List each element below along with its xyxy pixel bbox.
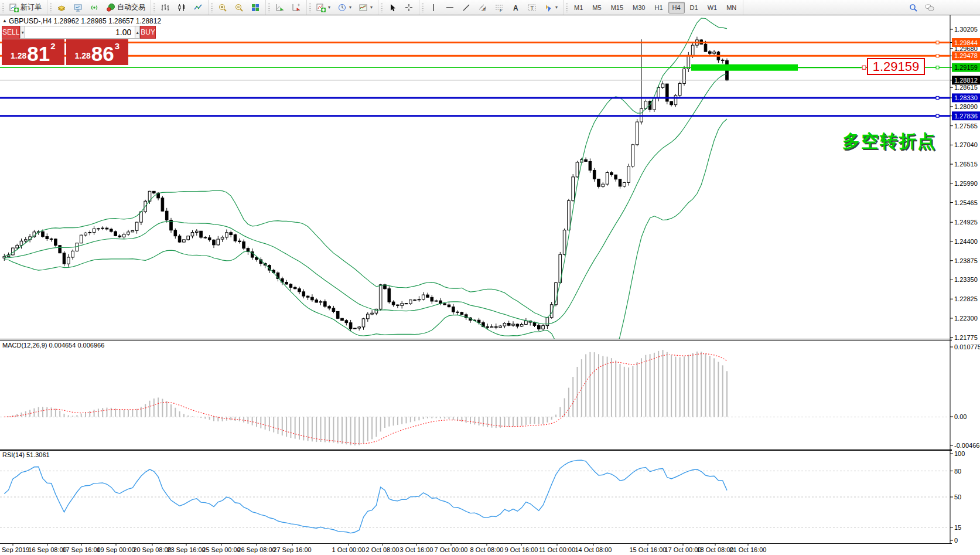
toolbar-button-vertical-line-tool[interactable] xyxy=(426,1,441,14)
toolbar-button-tf-h1[interactable]: H1 xyxy=(650,2,667,13)
toolbar-group: 自动交易 xyxy=(47,0,151,15)
toolbar-button-channel-tool[interactable]: E xyxy=(475,1,490,14)
line-anchor-marker[interactable] xyxy=(862,66,866,69)
toolbar-drag-handle[interactable] xyxy=(153,3,155,12)
toolbar-button-chat[interactable] xyxy=(922,1,937,14)
buy-price-button[interactable]: 1.28863 xyxy=(66,39,129,65)
toolbar-button-crosshair-tool[interactable] xyxy=(401,1,416,14)
toolbar-drag-handle[interactable] xyxy=(381,3,383,12)
toolbar-button-tf-w1[interactable]: W1 xyxy=(704,2,722,13)
toolbar-button-tf-mn[interactable]: MN xyxy=(722,2,740,13)
toolbar-button-tf-d1[interactable]: D1 xyxy=(686,2,702,13)
svg-text:A: A xyxy=(513,4,518,12)
toolbar-button-terminal-window[interactable] xyxy=(70,1,86,14)
sell-button[interactable]: SELL xyxy=(2,26,20,39)
toolbar-button-line-chart-mode[interactable] xyxy=(190,1,206,14)
chart-canvas[interactable]: 1.302051.296801.286151.280901.275651.270… xyxy=(0,0,980,555)
volume-up-button[interactable]: ▲ xyxy=(135,26,140,39)
toolbar-button-cursor-tool[interactable] xyxy=(385,1,400,14)
toolbar-button-new-order[interactable]: 新订单 xyxy=(6,1,45,14)
toolbar-button-periods[interactable]: ▾ xyxy=(334,1,354,14)
toolbar-button-tf-m15[interactable]: M15 xyxy=(607,2,627,13)
toolbar-button-tf-m5[interactable]: M5 xyxy=(588,2,605,13)
collapse-panel-icon[interactable]: ▲ xyxy=(2,18,7,23)
toolbar-drag-handle[interactable] xyxy=(422,3,424,12)
svg-text:20 Sep 08:00: 20 Sep 08:00 xyxy=(133,546,171,553)
toolbar-drag-handle[interactable] xyxy=(50,3,52,12)
volume-down-button[interactable]: ▼ xyxy=(20,26,25,39)
toolbar-button-new-chart[interactable]: ▾ xyxy=(313,1,333,14)
new-chart-icon xyxy=(316,3,326,12)
toolbar-button-templates[interactable]: ▾ xyxy=(356,1,375,14)
toolbar-button-trendline-tool[interactable] xyxy=(459,1,474,14)
trendline-icon xyxy=(462,3,471,12)
buy-button[interactable]: BUY xyxy=(140,26,156,39)
signal-icon xyxy=(90,3,99,12)
fibonacci-icon: F xyxy=(494,3,504,12)
svg-text:0.010775: 0.010775 xyxy=(954,343,980,350)
toolbar-drag-handle[interactable] xyxy=(309,3,311,12)
svg-text:0.00: 0.00 xyxy=(954,413,967,420)
toolbar-button-tf-h4[interactable]: H4 xyxy=(668,2,685,13)
svg-text:1.29478: 1.29478 xyxy=(954,52,978,59)
toolbar-label-tf-m30: M30 xyxy=(633,4,645,11)
toolbar-button-fibonacci-tool[interactable]: F xyxy=(491,1,507,14)
toolbar-button-horizontal-line-tool[interactable] xyxy=(442,1,457,14)
toolbar-button-candlestick-mode[interactable] xyxy=(174,1,189,14)
dropdown-arrow-icon[interactable]: ▾ xyxy=(349,5,351,10)
svg-text:9 Oct 16:00: 9 Oct 16:00 xyxy=(505,546,538,553)
toolbar-button-zoom-in[interactable] xyxy=(215,1,230,14)
svg-text:1.22825: 1.22825 xyxy=(954,295,978,302)
svg-text:3 Sep 2019: 3 Sep 2019 xyxy=(0,546,29,553)
svg-text:17 Oct 00:00: 17 Oct 00:00 xyxy=(665,546,702,553)
one-click-trade-panel: SELL ▼ ▲ BUY 1.28812 1.28863 xyxy=(2,26,128,65)
toolbar-button-chart-shift[interactable] xyxy=(289,1,304,14)
toolbar-drag-handle[interactable] xyxy=(566,3,568,12)
pivot-annotation[interactable]: 多空转折点 xyxy=(842,130,936,154)
svg-text:1.24400: 1.24400 xyxy=(954,238,978,245)
toolbar-button-auto-scroll[interactable] xyxy=(272,1,288,14)
toolbar-button-history-book[interactable] xyxy=(54,1,69,14)
toolbar-drag-handle[interactable] xyxy=(211,3,213,12)
vertical-line-icon xyxy=(429,3,438,12)
toolbar-drag-handle[interactable] xyxy=(268,3,270,12)
buy-price-digits: 86 xyxy=(91,45,114,63)
svg-text:0: 0 xyxy=(954,537,958,544)
macd-indicator xyxy=(4,350,727,445)
toolbar-button-arrows-tool[interactable]: ▾ xyxy=(541,1,561,14)
svg-text:100: 100 xyxy=(954,450,965,457)
dropdown-arrow-icon[interactable]: ▾ xyxy=(555,5,558,10)
svg-text:16 Sep 08:00: 16 Sep 08:00 xyxy=(28,546,66,553)
label-icon: T xyxy=(527,3,537,12)
horizontal-level-lines[interactable] xyxy=(0,41,950,117)
svg-text:1.23350: 1.23350 xyxy=(954,276,978,283)
toolbar-button-search[interactable] xyxy=(906,1,921,14)
price-tag-box[interactable]: 1.29159 xyxy=(867,58,925,75)
volume-input[interactable] xyxy=(25,26,135,39)
toolbar-right-group xyxy=(903,0,980,15)
svg-text:1 Oct 00:00: 1 Oct 00:00 xyxy=(332,546,366,553)
toolbar-drag-handle[interactable] xyxy=(2,3,4,12)
time-axis[interactable]: 3 Sep 201916 Sep 08:0017 Sep 16:0019 Sep… xyxy=(0,543,767,553)
toolbar-button-tf-m30[interactable]: M30 xyxy=(629,2,649,13)
dropdown-arrow-icon[interactable]: ▾ xyxy=(328,5,330,10)
svg-text:1.27565: 1.27565 xyxy=(954,122,978,130)
toolbar-button-tf-m1[interactable]: M1 xyxy=(570,2,587,13)
sell-price-button[interactable]: 1.28812 xyxy=(2,39,64,65)
toolbar-button-zoom-out[interactable] xyxy=(231,1,247,14)
svg-text:E: E xyxy=(483,8,486,12)
highlight-bar[interactable] xyxy=(691,64,798,71)
dropdown-arrow-icon[interactable]: ▾ xyxy=(370,5,373,10)
toolbar-button-auto-trading[interactable]: 自动交易 xyxy=(103,1,148,14)
svg-text:1.29844: 1.29844 xyxy=(954,39,978,46)
toolbar-label-tf-m5: M5 xyxy=(592,4,601,11)
crosshair-icon xyxy=(404,3,414,12)
toolbar-button-label-tool[interactable]: T xyxy=(524,1,539,14)
toolbar-button-bar-chart-mode[interactable] xyxy=(158,1,173,14)
svg-text:3 Oct 16:00: 3 Oct 16:00 xyxy=(400,546,433,553)
svg-text:1.26515: 1.26515 xyxy=(954,161,978,168)
toolbar-button-text-tool[interactable]: A xyxy=(508,1,523,14)
toolbar-button-signals[interactable] xyxy=(87,1,102,14)
toolbar-button-tile-windows[interactable] xyxy=(248,1,263,14)
svg-text:14 Oct 08:00: 14 Oct 08:00 xyxy=(575,546,612,553)
